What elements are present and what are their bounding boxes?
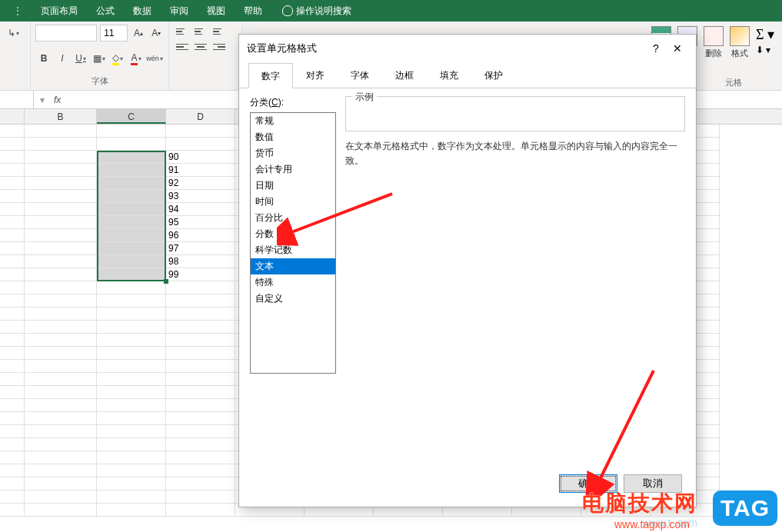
cell[interactable] bbox=[0, 425, 25, 438]
cell[interactable] bbox=[0, 242, 25, 255]
cell[interactable] bbox=[0, 412, 25, 425]
cell[interactable] bbox=[25, 334, 97, 347]
cell[interactable] bbox=[0, 281, 25, 294]
category-item[interactable]: 文本 bbox=[251, 258, 335, 274]
cell[interactable] bbox=[97, 164, 166, 177]
cell[interactable] bbox=[166, 412, 235, 425]
cell[interactable] bbox=[166, 334, 235, 347]
fx-icon[interactable]: fx bbox=[51, 95, 64, 105]
cell[interactable] bbox=[97, 464, 166, 477]
cell[interactable] bbox=[97, 399, 166, 412]
cell[interactable] bbox=[97, 138, 166, 151]
name-box[interactable] bbox=[0, 91, 34, 108]
cell[interactable] bbox=[166, 360, 235, 373]
italic-button[interactable]: I bbox=[54, 50, 71, 67]
cell[interactable] bbox=[0, 373, 25, 386]
paste-button[interactable]: ↳ bbox=[5, 25, 22, 42]
cell[interactable] bbox=[97, 151, 166, 164]
cell[interactable] bbox=[25, 138, 97, 151]
cell[interactable] bbox=[97, 268, 166, 281]
dialog-help-button[interactable]: ? bbox=[645, 42, 667, 55]
cell[interactable] bbox=[166, 125, 235, 138]
decrease-font-icon[interactable]: A▾ bbox=[149, 25, 164, 42]
cell[interactable]: 93 bbox=[166, 190, 235, 203]
category-item[interactable]: 会计专用 bbox=[251, 161, 335, 178]
ribbon-tab-help[interactable]: 帮助 bbox=[235, 0, 271, 22]
cell[interactable] bbox=[0, 203, 25, 216]
cell[interactable] bbox=[97, 190, 166, 203]
align-bottom-icon[interactable] bbox=[211, 25, 228, 38]
category-item[interactable]: 分数 bbox=[251, 226, 335, 242]
increase-font-icon[interactable]: A▴ bbox=[131, 25, 145, 42]
ribbon-tab-truncated[interactable]: ⋮ bbox=[4, 0, 32, 22]
cell[interactable] bbox=[97, 490, 166, 504]
align-top-icon[interactable] bbox=[174, 25, 191, 38]
cell[interactable]: 97 bbox=[166, 242, 235, 255]
ribbon-tab-review[interactable]: 审阅 bbox=[161, 0, 198, 22]
cell[interactable] bbox=[25, 294, 97, 308]
dialog-tab[interactable]: 保护 bbox=[471, 62, 516, 88]
cell[interactable] bbox=[25, 477, 97, 490]
cell[interactable] bbox=[25, 308, 97, 321]
cell[interactable] bbox=[97, 255, 166, 268]
cell[interactable] bbox=[166, 281, 235, 294]
cell[interactable] bbox=[166, 386, 235, 399]
align-right-icon[interactable] bbox=[211, 40, 228, 54]
cell[interactable] bbox=[97, 347, 166, 360]
cell[interactable] bbox=[25, 229, 97, 242]
cell[interactable] bbox=[166, 294, 235, 308]
column-header[interactable]: B bbox=[25, 109, 97, 124]
cell[interactable] bbox=[97, 477, 166, 490]
cell[interactable] bbox=[25, 216, 97, 229]
cell[interactable] bbox=[97, 386, 166, 399]
cell[interactable] bbox=[25, 347, 97, 360]
cell[interactable] bbox=[25, 151, 97, 164]
selection-handle[interactable] bbox=[164, 279, 168, 284]
cell[interactable] bbox=[25, 412, 97, 425]
bold-button[interactable]: B bbox=[35, 50, 52, 67]
dialog-tab[interactable]: 字体 bbox=[338, 62, 382, 88]
cell[interactable] bbox=[97, 294, 166, 308]
cell[interactable] bbox=[0, 255, 25, 268]
dialog-titlebar[interactable]: 设置单元格格式 ? ✕ bbox=[239, 35, 696, 62]
cell[interactable] bbox=[0, 464, 25, 477]
cell[interactable] bbox=[166, 138, 235, 151]
cell[interactable] bbox=[97, 412, 166, 425]
cell[interactable] bbox=[0, 177, 25, 190]
cell[interactable] bbox=[25, 190, 97, 203]
cell[interactable] bbox=[0, 386, 25, 399]
cell[interactable] bbox=[25, 360, 97, 373]
column-header[interactable]: C bbox=[97, 109, 166, 124]
cell[interactable] bbox=[0, 477, 25, 490]
category-item[interactable]: 日期 bbox=[251, 178, 335, 194]
ribbon-tab-formulas[interactable]: 公式 bbox=[87, 0, 124, 22]
cell[interactable] bbox=[0, 451, 25, 464]
cell[interactable] bbox=[25, 242, 97, 255]
cell[interactable] bbox=[166, 373, 235, 386]
cell[interactable]: 95 bbox=[166, 216, 235, 229]
cell[interactable] bbox=[166, 451, 235, 464]
cell[interactable] bbox=[97, 281, 166, 294]
cell[interactable] bbox=[97, 125, 166, 138]
cell[interactable] bbox=[97, 504, 166, 517]
cell[interactable] bbox=[97, 321, 166, 334]
cell[interactable] bbox=[97, 308, 166, 321]
cell[interactable]: 90 bbox=[166, 151, 235, 164]
cell[interactable] bbox=[0, 347, 25, 360]
cell[interactable] bbox=[0, 138, 25, 151]
close-icon[interactable]: ✕ bbox=[667, 42, 688, 55]
cell[interactable] bbox=[25, 281, 97, 294]
cell[interactable] bbox=[0, 125, 25, 138]
cell[interactable] bbox=[97, 203, 166, 216]
cell[interactable] bbox=[0, 321, 25, 334]
cell[interactable] bbox=[0, 294, 25, 308]
phonetic-button[interactable]: wén bbox=[146, 50, 163, 67]
cell[interactable] bbox=[25, 268, 97, 281]
cell[interactable]: 92 bbox=[166, 177, 235, 190]
cell[interactable] bbox=[166, 438, 235, 451]
cell[interactable] bbox=[97, 242, 166, 255]
dialog-tab[interactable]: 边框 bbox=[382, 62, 427, 88]
cell[interactable] bbox=[166, 477, 235, 490]
cell[interactable] bbox=[25, 490, 97, 504]
cell[interactable] bbox=[97, 451, 166, 464]
